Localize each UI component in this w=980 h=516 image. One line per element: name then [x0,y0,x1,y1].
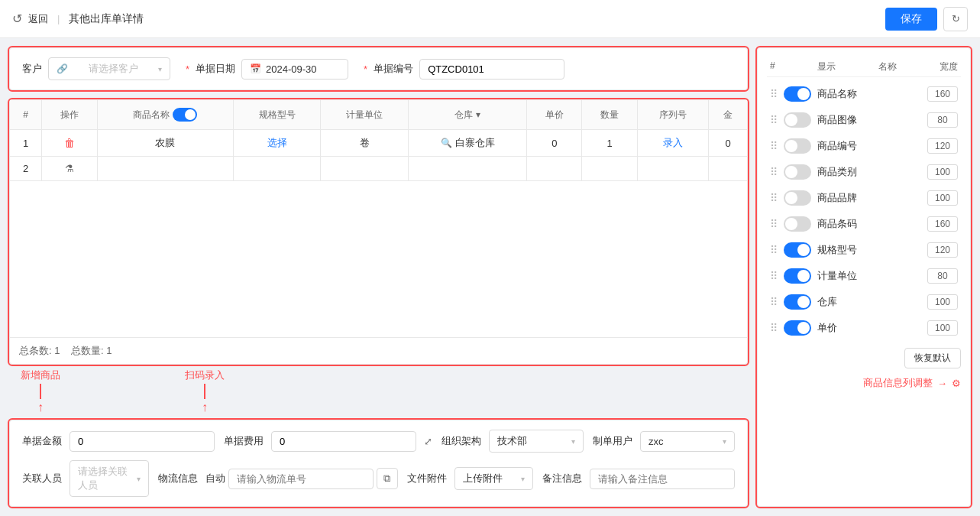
org-select[interactable]: 技术部 ▾ [489,430,584,453]
table-row: 2 ⚗ [10,157,747,181]
customer-label: 客户 [22,62,42,76]
logistics-icon-button[interactable]: ⧉ [377,468,398,489]
restore-default-button[interactable]: 恢复默认 [904,348,961,368]
delete-icon[interactable]: 🗑 [64,137,75,149]
col-width-6: 120 [927,242,958,258]
col-header-action: 操作 [42,100,97,130]
cell-index-1: 1 [10,130,42,157]
col-toggle-4[interactable] [784,190,811,206]
col-width-9: 100 [927,320,958,336]
col-toggle-7[interactable] [784,268,811,284]
cell-warehouse-2 [408,157,526,181]
column-settings-panel: # 显示 名称 宽度 ⠿ 商品名称 160 ⠿ 商品图像 80 ⠿ 商 [757,47,971,507]
contact-select[interactable]: 请选择关联人员 ▾ [70,460,149,497]
product-name-toggle[interactable] [173,108,197,122]
drag-handle-icon[interactable]: ⠿ [770,322,778,334]
col-toggle-8[interactable] [784,294,811,310]
col-header-amount: 金 [709,100,747,130]
customer-select[interactable]: 🔗 请选择客户 ▾ [48,57,170,80]
cell-warehouse-1: 🔍 白寨仓库 [408,130,526,157]
creator-select[interactable]: zxc ▾ [640,431,735,452]
creator-label: 制单用户 [593,434,636,448]
cell-action-1[interactable]: 🗑 [42,130,97,157]
col-toggle-2[interactable] [784,138,811,154]
attachment-chevron-icon: ▾ [521,475,525,483]
col-name-3: 商品类别 [817,165,921,179]
table-footer: 总条数: 1 总数量: 1 [10,337,747,364]
date-input[interactable]: 📅 2024-09-30 [241,59,348,80]
amount-input[interactable] [70,431,215,452]
drag-handle-icon[interactable]: ⠿ [770,140,778,152]
drag-handle-icon[interactable]: ⠿ [770,114,778,126]
chevron-down-icon: ▾ [158,65,162,73]
org-value: 技术部 [497,434,527,448]
cell-spec-2 [233,157,321,181]
col-name-0: 商品名称 [817,87,921,101]
number-label: 单据编号 [374,62,413,76]
drag-handle-icon[interactable]: ⠿ [770,244,778,256]
cell-unit-1: 卷 [321,130,409,157]
col-toggle-5[interactable] [784,216,811,232]
drag-handle-icon[interactable]: ⠿ [770,270,778,282]
col-name-header: 名称 [878,60,897,73]
col-settings-row: ⠿ 商品品牌 100 [767,186,961,210]
filter-icon[interactable]: ⚗ [65,163,74,174]
gear-icon[interactable]: ⚙ [952,378,961,389]
cell-qty-2 [582,157,637,181]
cell-unit-2 [321,157,409,181]
col-toggle-3[interactable] [784,164,811,180]
col-settings-row: ⠿ 商品条码 160 [767,212,961,236]
remark-label: 备注信息 [542,472,585,485]
refresh-button[interactable]: ↻ [943,7,968,31]
date-value: 2024-09-30 [266,63,317,75]
contact-label: 关联人员 [22,472,65,485]
table-row: 1 🗑 农膜 选择 卷 🔍 [10,130,747,157]
col-width-3: 100 [927,164,958,180]
cell-qty-1: 1 [582,130,637,157]
contact-placeholder: 请选择关联人员 [78,465,137,492]
col-settings-header: # 显示 名称 宽度 [767,57,961,77]
customer-icon: 🔗 [57,63,68,74]
org-field: 组织架构 技术部 ▾ [441,430,584,453]
col-header-name: 商品名称 [97,100,233,130]
col-toggle-0[interactable] [784,86,811,102]
col-hash-header: # [770,60,775,73]
col-name-4: 商品品牌 [817,191,921,205]
contact-field: 关联人员 请选择关联人员 ▾ [22,460,149,497]
drag-handle-icon[interactable]: ⠿ [770,88,778,100]
cell-spec-1[interactable]: 选择 [233,130,321,157]
logistics-mode-label: 自动 [205,472,225,485]
expense-input[interactable] [271,431,416,452]
attachment-select[interactable]: 上传附件 ▾ [454,467,534,490]
col-toggle-9[interactable] [784,320,811,336]
remark-input[interactable] [590,469,735,489]
drag-handle-icon[interactable]: ⠿ [770,166,778,178]
drag-handle-icon[interactable]: ⠿ [770,296,778,308]
col-settings-row: ⠿ 商品图像 80 [767,108,961,132]
col-settings-arrow: → [937,378,947,389]
number-input[interactable] [419,59,564,80]
product-table-section: # 操作 商品名称 规格型号 计量单位 [9,99,748,365]
cell-name-2 [97,157,233,181]
logistics-input[interactable] [228,469,374,489]
cell-action-2[interactable]: ⚗ [42,157,97,181]
drag-handle-icon[interactable]: ⠿ [770,218,778,230]
cell-price-2 [527,157,582,181]
col-name-2: 商品编号 [817,139,921,153]
expense-expand-icon[interactable]: ⤢ [424,436,432,447]
col-settings-row: ⠿ 单价 100 [767,316,961,340]
back-button[interactable]: 返回 [28,12,48,26]
drag-handle-icon[interactable]: ⠿ [770,192,778,204]
creator-chevron-icon: ▾ [723,437,726,446]
col-name-label: 商品名称 [133,109,170,122]
cell-serial-1[interactable]: 录入 [637,130,708,157]
col-settings-footer[interactable]: 商品信息列调整 → ⚙ [767,376,961,390]
warehouse-name: 白寨仓库 [455,136,495,150]
save-button[interactable]: 保存 [885,8,937,31]
customer-field: 客户 🔗 请选择客户 ▾ [22,57,170,80]
col-toggle-1[interactable] [784,112,811,128]
amount-field: 单据金额 [22,431,215,452]
col-settings-row: ⠿ 规格型号 120 [767,238,961,262]
col-header-index: # [10,100,42,130]
col-toggle-6[interactable] [784,242,811,258]
